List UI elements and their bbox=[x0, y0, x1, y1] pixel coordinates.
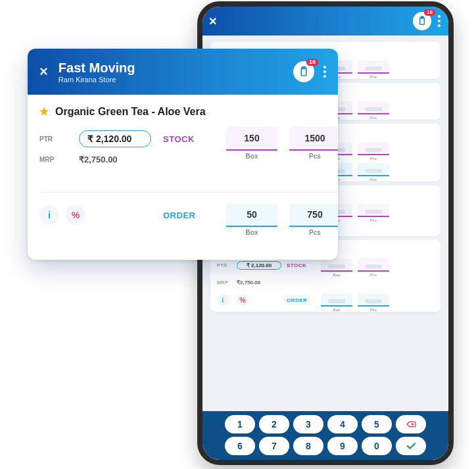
key-1[interactable]: 1 bbox=[225, 415, 255, 433]
key-confirm[interactable] bbox=[396, 437, 426, 455]
ptr-label: PTR bbox=[217, 263, 231, 268]
unit-pcs-label: Pcs bbox=[289, 153, 338, 160]
menu-icon[interactable] bbox=[323, 66, 326, 78]
card-subtitle: Ram Kirana Store bbox=[59, 76, 135, 84]
backspace-icon bbox=[405, 418, 417, 430]
stock-pcs-input[interactable]: Pcs bbox=[358, 101, 389, 114]
mrp-label: MRP bbox=[39, 156, 67, 163]
key-backspace[interactable] bbox=[396, 415, 426, 433]
ptr-value: ₹ 2,120.00 bbox=[237, 261, 281, 270]
ptr-label: PTR bbox=[39, 136, 67, 143]
info-icon[interactable]: i bbox=[217, 294, 229, 306]
key-2[interactable]: 2 bbox=[259, 415, 289, 433]
stock-pcs-input[interactable]: Pcs bbox=[358, 204, 389, 217]
order-label: ORDER bbox=[287, 297, 316, 303]
key-7[interactable]: 7 bbox=[259, 437, 289, 455]
key-9[interactable]: 9 bbox=[327, 437, 358, 455]
key-5[interactable]: 5 bbox=[362, 415, 392, 433]
order-box-input[interactable]: 50 Box bbox=[226, 203, 277, 227]
stock-box-input[interactable]: Box bbox=[321, 259, 352, 272]
order-pcs-input[interactable]: Pcs bbox=[358, 293, 389, 307]
close-icon[interactable]: × bbox=[209, 14, 217, 29]
key-3[interactable]: 3 bbox=[293, 415, 323, 433]
order-box-input[interactable]: Box bbox=[321, 293, 352, 307]
ptr-value: ₹ 2,120.00 bbox=[79, 130, 151, 147]
stock-pcs-input[interactable]: Pcs bbox=[358, 61, 389, 74]
info-icon[interactable]: i bbox=[39, 205, 59, 225]
card-header: × Fast Moving Ram Kirana Store 16 bbox=[28, 49, 338, 95]
unit-box-label: Box bbox=[226, 153, 277, 160]
unit-pcs-label: Pcs bbox=[289, 229, 338, 236]
key-6[interactable]: 6 bbox=[225, 437, 255, 455]
phone-header: × 16 bbox=[202, 7, 448, 36]
discount-icon[interactable]: % bbox=[66, 205, 85, 225]
mrp-value: ₹2,750.00 bbox=[237, 280, 281, 285]
clipboard-button[interactable]: 16 bbox=[413, 12, 431, 30]
clipboard-badge: 16 bbox=[306, 59, 318, 66]
card-body: ★ Organic Green Tea - Aloe Vera PTR ₹ 2,… bbox=[28, 95, 338, 260]
numeric-keypad: 1 2 3 4 5 6 7 8 9 0 bbox=[202, 411, 448, 460]
key-0[interactable]: 0 bbox=[362, 437, 392, 455]
clipboard-icon bbox=[298, 66, 310, 78]
mrp-label: MRP bbox=[217, 280, 231, 285]
order-label: ORDER bbox=[163, 210, 214, 220]
clipboard-icon bbox=[417, 16, 427, 26]
unit-box-label: Box bbox=[226, 229, 277, 236]
product-title-row: ★ Organic Green Tea - Aloe Vera bbox=[39, 105, 326, 118]
mrp-value: ₹2,750.00 bbox=[79, 155, 151, 164]
clipboard-button[interactable]: 16 bbox=[293, 61, 314, 82]
menu-icon[interactable] bbox=[438, 15, 440, 27]
product-name: Organic Green Tea - Aloe Vera bbox=[55, 106, 206, 118]
close-icon[interactable]: × bbox=[39, 63, 48, 80]
stock-pcs-input[interactable]: Pcs bbox=[358, 142, 389, 155]
stock-label: STOCK bbox=[163, 134, 214, 144]
stock-pcs-input[interactable]: 1500 Pcs bbox=[289, 127, 338, 151]
key-4[interactable]: 4 bbox=[327, 415, 358, 433]
discount-icon[interactable]: % bbox=[237, 294, 249, 306]
divider bbox=[39, 192, 338, 193]
star-icon[interactable]: ★ bbox=[39, 105, 49, 118]
card-title: Fast Moving bbox=[59, 61, 135, 76]
key-8[interactable]: 8 bbox=[293, 437, 323, 455]
stock-box-input[interactable]: 150 Box bbox=[226, 127, 277, 151]
order-pcs-input[interactable]: 750 Pcs bbox=[289, 203, 338, 227]
check-icon bbox=[405, 440, 417, 452]
order-pcs-input[interactable]: Pcs bbox=[358, 163, 389, 176]
clipboard-badge: 16 bbox=[424, 9, 435, 16]
stock-pcs-input[interactable]: Pcs bbox=[358, 259, 389, 272]
fast-moving-card: × Fast Moving Ram Kirana Store 16 ★ Orga… bbox=[28, 49, 338, 260]
stock-label: STOCK bbox=[287, 262, 316, 268]
